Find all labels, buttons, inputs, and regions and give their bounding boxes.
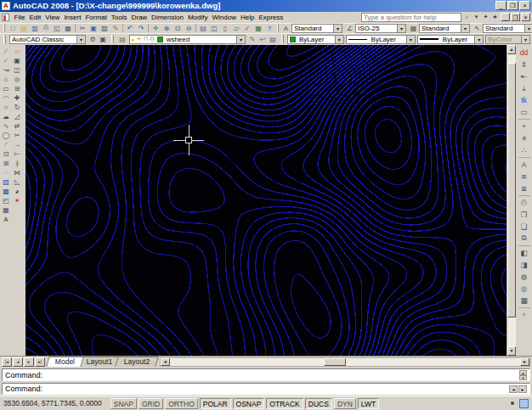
command-left-icon[interactable]: ◄ <box>509 385 518 393</box>
text-a-icon[interactable]: A <box>518 159 531 171</box>
dropdown-arrow-icon[interactable]: ▾ <box>76 36 85 43</box>
tab-model[interactable]: Model <box>46 357 84 367</box>
offset-icon[interactable]: ◎ <box>12 75 22 84</box>
plus-point-icon[interactable]: + <box>518 121 531 132</box>
zoom-window-icon[interactable]: ⊡ <box>173 24 183 33</box>
dots-point-icon[interactable]: ∴ <box>518 144 531 156</box>
sphere-icon[interactable]: ◍ <box>518 271 531 283</box>
ellipse-arc-icon[interactable]: ◜ <box>1 140 11 149</box>
horizontal-scroll-track[interactable] <box>170 358 520 366</box>
arc-icon[interactable]: ◠ <box>1 93 11 103</box>
fillet-icon[interactable]: ◕ <box>12 187 22 196</box>
tab-layout2[interactable]: Layout2 <box>116 357 160 367</box>
minimize-button[interactable]: _ <box>495 1 507 10</box>
polyline-icon[interactable]: ↝ <box>1 65 11 75</box>
line-icon[interactable]: ∕ <box>1 47 11 56</box>
dim-style-combo[interactable]: ∠ ISO-25 ▾ <box>345 24 406 33</box>
horizontal-scrollbar[interactable]: ◄ ► <box>160 357 530 367</box>
properties-icon[interactable]: ▤ <box>198 24 208 33</box>
layer-plot-icon[interactable]: ⎙ <box>150 36 155 42</box>
doc-close-button[interactable]: × <box>521 13 530 21</box>
cut-icon[interactable]: ✂ <box>77 24 88 33</box>
text-style-combo[interactable]: A Standard ▾ <box>281 24 342 33</box>
revcloud-icon[interactable]: ☁ <box>1 112 11 121</box>
layer-freeze-sun-icon[interactable]: ☀ <box>136 36 141 42</box>
horizontal-scroll-thumb[interactable] <box>324 358 346 366</box>
menu-help[interactable]: Help <box>238 14 256 21</box>
text-lines-icon[interactable]: ≋ <box>518 171 531 183</box>
plot-icon[interactable]: ⎙ <box>41 24 51 33</box>
ellipse-icon[interactable]: ◯ <box>1 131 11 140</box>
layer-lock-icon[interactable]: ⊓ <box>144 36 148 42</box>
mtext-icon[interactable]: A <box>1 215 11 224</box>
title-bar[interactable]: A AutoCAD 2008 - [D:\X-change\999999\kor… <box>0 0 532 12</box>
menu-draw[interactable]: Draw <box>129 14 150 21</box>
break-icon[interactable]: ∤ <box>12 159 22 168</box>
dropdown-arrow-icon[interactable]: ▾ <box>333 25 342 32</box>
drawing-area[interactable] <box>25 45 507 356</box>
next-tab-button[interactable]: ▸ <box>24 357 34 367</box>
zoom-previous-icon[interactable]: ⊖ <box>184 24 194 33</box>
justify-text-icon[interactable]: ⇤ <box>518 70 531 82</box>
doc-restore-button[interactable]: ❐ <box>511 13 520 21</box>
layer-previous-icon[interactable]: ↩ <box>258 35 268 44</box>
pan-icon[interactable]: ✛ <box>150 24 161 33</box>
help-search-input[interactable] <box>361 13 461 22</box>
plot-preview-icon[interactable]: ◱ <box>52 24 62 33</box>
linetype-combo[interactable]: ByLayer ▾ <box>346 35 416 44</box>
save-icon[interactable]: ▥ <box>30 24 40 33</box>
printer-icon[interactable]: ⎙ <box>518 197 531 209</box>
menu-edit[interactable]: Edit <box>27 14 43 21</box>
markup-set-manager-icon[interactable]: ✓ <box>242 24 252 33</box>
textbox-icon[interactable]: ▭ <box>518 106 531 118</box>
join-icon[interactable]: ⋈ <box>12 168 22 177</box>
vertical-scrollbar[interactable]: ▲ ▼ <box>507 45 516 356</box>
quickcalc-icon[interactable]: ▦ <box>253 24 263 33</box>
first-tab-button[interactable]: |◂ <box>2 357 12 367</box>
redo-icon[interactable]: ↷ <box>136 24 146 33</box>
color-combo[interactable]: ByLayer ▾ <box>287 35 344 44</box>
menu-modify[interactable]: Modify <box>185 14 210 21</box>
erase-icon[interactable]: ▱ <box>12 47 22 56</box>
tray-dot-icon[interactable] <box>511 402 514 405</box>
make-block-icon[interactable]: ⊞ <box>1 159 11 168</box>
circle-icon[interactable]: ○ <box>1 103 11 112</box>
copy-object-icon[interactable]: ▣ <box>12 56 22 65</box>
layer-on-bulb-icon[interactable]: ● <box>131 37 134 42</box>
zoom-realtime-icon[interactable]: ⊕ <box>161 24 172 33</box>
move-icon[interactable]: ✚ <box>12 93 22 103</box>
doc-minimize-button[interactable]: _ <box>501 13 510 21</box>
table-style-combo[interactable]: ▦ Standard ▾ <box>409 24 470 33</box>
menu-insert[interactable]: Insert <box>62 14 83 21</box>
drawing-canvas[interactable] <box>25 45 507 356</box>
osnap-toggle[interactable]: OSNAP <box>233 398 265 409</box>
ring-icon[interactable]: ◎ <box>518 283 531 295</box>
otrack-toggle[interactable]: OTRACK <box>266 398 303 409</box>
command-scroll-down-icon[interactable]: ▼ <box>519 375 527 380</box>
qnew-icon[interactable]: □ <box>8 24 18 33</box>
toolbar-grip[interactable] <box>3 35 6 43</box>
hatch-icon[interactable]: ▨ <box>1 177 11 187</box>
toolbar-grip[interactable] <box>277 24 279 32</box>
chamfer-icon[interactable]: ◺ <box>12 177 22 187</box>
explode-icon[interactable]: ✶ <box>12 196 22 205</box>
spline-icon[interactable]: ∿ <box>1 121 11 131</box>
pages-icon[interactable]: ❒ <box>518 209 531 221</box>
designcenter-icon[interactable]: ◫ <box>209 24 219 33</box>
dropdown-arrow-icon[interactable]: ▾ <box>461 25 469 32</box>
dropdown-arrow-icon[interactable]: ▾ <box>236 36 245 43</box>
coordinates-display[interactable]: 3530.6504, 5771.7345, 0.0000 <box>3 399 102 407</box>
lineweight-combo[interactable]: ByLayer ▾ <box>417 35 484 44</box>
mirror-icon[interactable]: ◫ <box>12 65 22 75</box>
half-shade-icon[interactable]: ◧ <box>518 247 531 259</box>
menu-tools[interactable]: Tools <box>109 14 129 21</box>
array-icon[interactable]: ⊞ <box>12 84 22 93</box>
paste-icon[interactable]: ▧ <box>99 24 110 33</box>
ddedit-text-icon[interactable]: dd <box>518 47 531 59</box>
rectangle-icon[interactable]: ▭ <box>1 84 11 93</box>
grid-toggle[interactable]: GRID <box>139 398 163 409</box>
make-object-layer-current-icon[interactable]: ✎ <box>247 35 258 44</box>
my-workspace-icon[interactable]: ▣ <box>98 35 108 44</box>
ducs-toggle[interactable]: DUCS <box>305 398 332 409</box>
space-convert-icon[interactable]: ⇣ <box>518 82 531 94</box>
